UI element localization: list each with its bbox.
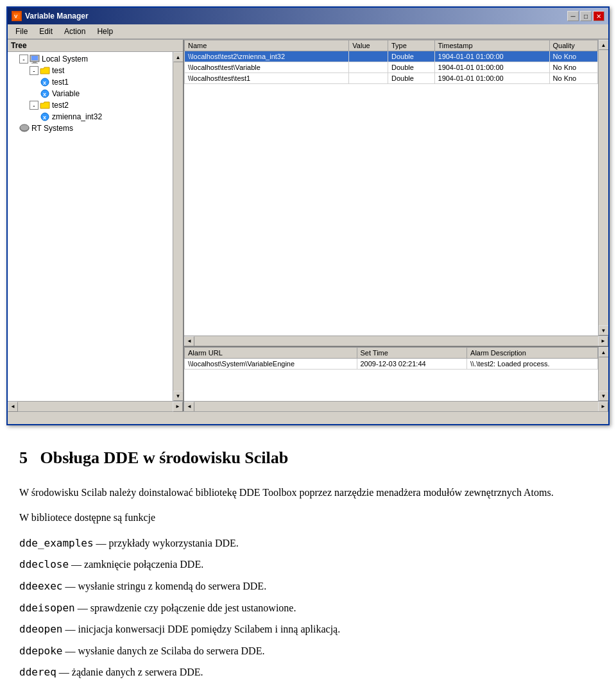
- cell-value: [349, 62, 388, 73]
- article-section: 5 Obsługa DDE w środowisku Scilab W środ…: [6, 445, 610, 681]
- expander-test[interactable]: -: [30, 66, 38, 75]
- function-item: ddepoke — wysłanie danych ze Scilaba do …: [19, 643, 597, 660]
- title-bar: V Variable Manager ─ □ ✕: [8, 8, 608, 24]
- tree-label-local-system: Local System: [42, 55, 88, 64]
- data-scroll-down[interactable]: ▼: [599, 325, 609, 336]
- alarm-scroll-down[interactable]: ▼: [599, 391, 609, 401]
- tree-hscrollbar[interactable]: ◄ ►: [8, 401, 183, 411]
- tree-label-zmienna: zmienna_int32: [52, 112, 102, 121]
- alarm-scroll-left[interactable]: ◄: [184, 402, 194, 412]
- minimize-button[interactable]: ─: [567, 11, 579, 21]
- var-icon3: x: [40, 112, 50, 122]
- expander-local-system[interactable]: -: [19, 55, 28, 64]
- expander-test2[interactable]: -: [30, 101, 38, 110]
- svg-text:x: x: [43, 114, 46, 121]
- maximize-button[interactable]: □: [580, 11, 592, 21]
- function-name: ddeopen: [19, 623, 62, 635]
- variable-manager-window: V Variable Manager ─ □ ✕ File Edit Actio…: [6, 6, 610, 425]
- tree-scroll-left[interactable]: ◄: [8, 402, 18, 412]
- table-row[interactable]: \\localhost\test2\zmienna_int32Double190…: [185, 51, 598, 62]
- svg-text:V: V: [14, 13, 18, 19]
- table-row[interactable]: \\localhost\test\VariableDouble1904-01-0…: [185, 62, 598, 73]
- svg-rect-4: [33, 62, 37, 63]
- close-button[interactable]: ✕: [593, 11, 604, 21]
- menu-action[interactable]: Action: [59, 26, 90, 37]
- alarm-row[interactable]: \\localhost\System\VariableEngine2009-12…: [185, 359, 598, 370]
- rt-icon: [19, 123, 30, 133]
- alarm-table-scroll[interactable]: Alarm URL Set Time Alarm Description \\l…: [184, 347, 598, 401]
- svg-text:x: x: [43, 91, 46, 98]
- tree-area[interactable]: - Local System: [8, 52, 173, 401]
- col-header-timestamp: Timestamp: [434, 40, 549, 51]
- cell-name: \\localhost\test\Variable: [185, 62, 349, 73]
- alarm-scroll-right[interactable]: ►: [598, 402, 608, 412]
- alarm-col-url: Alarm URL: [185, 348, 357, 359]
- function-desc: zamknięcie połączenia DDE.: [84, 559, 203, 570]
- tree-label-test: test: [52, 66, 64, 75]
- cell-timestamp: 1904-01-01 01:00:00: [434, 73, 549, 84]
- tree-node-zmienna[interactable]: x zmienna_int32: [9, 111, 171, 123]
- tree-node-test2[interactable]: - test2: [9, 99, 171, 111]
- tree-header: Tree: [8, 40, 183, 52]
- article-section-number: 5: [19, 448, 28, 467]
- alarm-hscrollbar[interactable]: ◄ ►: [184, 401, 608, 411]
- menu-file[interactable]: File: [10, 26, 33, 37]
- tree-scroll-down[interactable]: ▼: [173, 391, 184, 401]
- tree-panel-scroll: - Local System: [8, 52, 183, 401]
- cell-type: Double: [388, 62, 434, 73]
- data-scroll-right[interactable]: ►: [598, 336, 608, 346]
- table-row[interactable]: \\localhost\test\test1Double1904-01-01 0…: [185, 73, 598, 84]
- window-controls: ─ □ ✕: [567, 11, 604, 21]
- tree-vscrollbar[interactable]: ▲ ▼: [173, 52, 183, 401]
- tree-scroll-right[interactable]: ►: [173, 402, 183, 412]
- function-list: dde_examples — przykłady wykorzystania D…: [19, 535, 597, 681]
- tree-hscroll-thumb[interactable]: [18, 402, 173, 411]
- status-bar: [8, 411, 608, 424]
- function-name: ddeclose: [19, 558, 69, 570]
- col-header-type: Type: [388, 40, 434, 51]
- menu-help[interactable]: Help: [92, 26, 118, 37]
- alarm-table: Alarm URL Set Time Alarm Description \\l…: [184, 347, 598, 370]
- alarm-col-settime: Set Time: [357, 348, 467, 359]
- tree-scroll-up[interactable]: ▲: [173, 52, 184, 62]
- tree-label-test1: test1: [52, 78, 69, 87]
- col-header-name: Name: [185, 40, 349, 51]
- app-icon: V: [12, 11, 22, 21]
- function-name: ddereq: [19, 666, 56, 678]
- alarm-vscrollbar[interactable]: ▲ ▼: [598, 347, 608, 401]
- tree-node-test[interactable]: - test: [9, 65, 171, 76]
- function-item: ddeisopen — sprawdzenie czy połączenie d…: [19, 600, 597, 617]
- alarm-scroll-up[interactable]: ▲: [599, 347, 609, 357]
- menu-edit[interactable]: Edit: [34, 26, 58, 37]
- svg-rect-3: [31, 56, 38, 60]
- data-hscroll-thumb[interactable]: [194, 337, 598, 346]
- function-name: ddepoke: [19, 645, 62, 657]
- tree-node-variable[interactable]: x Variable: [9, 88, 171, 99]
- tree-node-test1[interactable]: x test1: [9, 76, 171, 88]
- tree-scroll-thumb[interactable]: [174, 62, 183, 391]
- tree-node-rt-systems[interactable]: RT Systems: [9, 123, 171, 134]
- alarm-table-area: Alarm URL Set Time Alarm Description \\l…: [184, 347, 608, 411]
- cell-quality: No Kno: [549, 51, 597, 62]
- data-scroll-up[interactable]: ▲: [599, 40, 609, 50]
- cell-name: \\localhost\test\test1: [185, 73, 349, 84]
- article-para1: W środowisku Scilab należy doinstalować …: [19, 484, 597, 501]
- svg-point-13: [20, 124, 29, 131]
- alarm-cell-url: \\localhost\System\VariableEngine: [185, 359, 357, 370]
- data-vscrollbar[interactable]: ▲ ▼: [598, 40, 608, 336]
- cell-value: [349, 51, 388, 62]
- tree-node-local-system[interactable]: - Local System: [9, 53, 171, 65]
- alarm-hscroll-thumb[interactable]: [194, 402, 598, 411]
- window-title: Variable Manager: [25, 12, 89, 21]
- tree-header-label: Tree: [11, 41, 27, 50]
- var-icon: x: [40, 77, 50, 87]
- cell-type: Double: [388, 51, 434, 62]
- data-table-scroll[interactable]: Name Value Type Timestamp Quality \\loca…: [184, 40, 598, 336]
- alarm-cell-desc: \\.\test2: Loaded process.: [467, 359, 598, 370]
- data-scroll-left[interactable]: ◄: [184, 336, 194, 346]
- folder-icon2: [40, 100, 50, 110]
- data-hscrollbar[interactable]: ◄ ►: [184, 336, 608, 346]
- function-desc: inicjacja konwersacji DDE pomiędzy Scila…: [78, 624, 340, 634]
- var-icon2: x: [40, 89, 50, 99]
- function-desc: wysłanie danych ze Scilaba do serwera DD…: [78, 645, 264, 656]
